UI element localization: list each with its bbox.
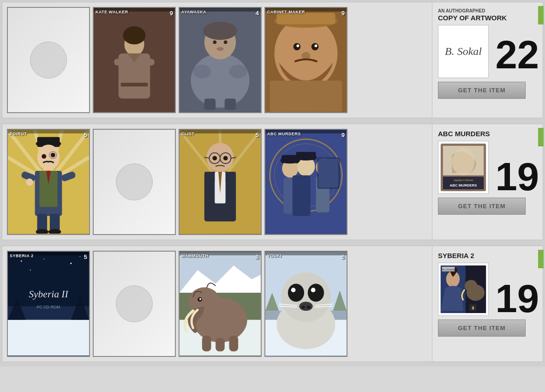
svg-point-87 (43, 258, 44, 259)
reward-title-small-1: AN AUTHOGRAPHED (438, 8, 537, 14)
row-2: POIROT 5 (2, 124, 543, 240)
svg-rect-26 (276, 12, 335, 24)
svg-point-89 (79, 256, 80, 257)
svg-point-90 (30, 270, 31, 271)
svg-text:Syberia II: Syberia II (29, 288, 68, 299)
svg-text:PC CD-ROM: PC CD-ROM (37, 305, 60, 309)
empty-circle-3 (116, 285, 153, 322)
card-abc-number: 9 (341, 132, 345, 139)
card-abc-murders: ABC MURDERS 9 (264, 129, 347, 235)
svg-text:Agatha Christie: Agatha Christie (453, 178, 473, 181)
svg-point-38 (42, 154, 46, 158)
card-mammouth-number: 8 (256, 253, 259, 260)
row-3: SYBERIA 2 5 (2, 246, 543, 362)
svg-point-8 (191, 53, 249, 107)
card-clist-label: CLIST (181, 132, 195, 136)
card-clist-number: 5 (256, 132, 259, 139)
card-mammouth-label: MAMMOUTH (181, 253, 209, 258)
card-ayawaska-label: AYAWASKA (181, 10, 206, 14)
reward-title-large-3: SYBERIA 2 (438, 252, 537, 260)
card-cabinet-label: CABINET MAKER (267, 10, 305, 14)
card-poirot-label: POIROT (10, 132, 27, 136)
svg-rect-6 (121, 83, 148, 86)
svg-point-80 (452, 148, 474, 175)
poirot-svg (8, 130, 89, 234)
svg-point-86 (21, 260, 22, 262)
empty-circle (30, 42, 67, 78)
get-item-button-2[interactable]: GET THE ITEM (438, 198, 526, 215)
svg-rect-101 (229, 335, 239, 351)
main-container: KATE WALKER 9 (0, 0, 545, 367)
svg-rect-100 (216, 338, 225, 351)
row-1: KATE WALKER 9 (2, 2, 543, 118)
card-empty-1 (7, 7, 90, 113)
green-badge-1 (538, 6, 544, 24)
cabinet-svg (265, 8, 347, 112)
card-cabinet-maker: CABINET MAKER 9 (264, 7, 347, 113)
green-badge-2 (538, 128, 544, 146)
svg-point-125 (465, 280, 477, 292)
reward-number-3: 19 (495, 278, 539, 318)
card-syberia2-number: 5 (84, 253, 87, 260)
reward-area-3: SYBERIA 2 (432, 246, 543, 362)
svg-point-23 (315, 44, 317, 47)
card-ayawaska: AYAWASKA 4 (179, 7, 262, 113)
reward-image-1: B. Sokal (438, 25, 489, 78)
svg-point-59 (212, 156, 217, 160)
cards-area-1: KATE WALKER 9 (2, 2, 432, 118)
green-badge-3 (538, 250, 544, 268)
card-syberia2-label: SYBERIA 2 (10, 253, 34, 258)
svg-point-60 (223, 156, 228, 160)
reward-number-2: 19 (495, 157, 539, 196)
card-youki: YOUKI 6 (264, 251, 347, 357)
svg-rect-16 (204, 98, 216, 109)
svg-rect-69 (293, 175, 311, 216)
svg-point-114 (301, 306, 305, 308)
kate-svg (94, 8, 175, 112)
card-empty-2 (93, 129, 176, 235)
signature-1: B. Sokal (445, 45, 482, 58)
svg-point-2 (123, 26, 146, 44)
reward-area-1: AN AUTHOGRAPHED COPY OF ARTWORK B. Sokal… (432, 2, 543, 118)
svg-text:ABC MURDERS: ABC MURDERS (450, 183, 477, 187)
svg-rect-99 (202, 335, 211, 351)
svg-point-40 (51, 152, 55, 157)
card-kate-number: 9 (170, 10, 173, 17)
svg-point-14 (193, 65, 211, 78)
svg-rect-75 (296, 151, 316, 160)
svg-rect-17 (225, 98, 236, 109)
svg-text:3: 3 (472, 306, 474, 310)
svg-point-88 (70, 263, 72, 264)
card-empty-3 (93, 251, 176, 357)
reward-title-large-2: ABC MURDERS (438, 130, 537, 138)
svg-rect-91 (8, 320, 89, 356)
card-youki-label: YOUKI (267, 253, 281, 258)
svg-point-109 (288, 283, 304, 302)
svg-point-45 (26, 178, 33, 186)
card-ayawaska-number: 4 (256, 10, 259, 17)
mammouth-svg (180, 252, 261, 356)
svg-point-108 (281, 272, 331, 322)
card-poirot-number: 5 (84, 132, 87, 139)
reward-image-3: PC CD-ROM 3 (438, 263, 489, 316)
svg-point-113 (299, 302, 312, 311)
svg-rect-77 (318, 158, 338, 187)
svg-point-11 (213, 40, 216, 44)
svg-point-37 (37, 145, 60, 170)
get-item-button-3[interactable]: GET THE ITEM (438, 320, 526, 337)
card-kate-walker: KATE WALKER 9 (93, 7, 176, 113)
abc-svg (265, 130, 347, 234)
card-mammouth: MAMMOUTH 8 (179, 251, 262, 357)
svg-point-10 (203, 22, 237, 40)
get-item-button-1[interactable]: GET THE ITEM (438, 82, 526, 99)
svg-rect-27 (270, 80, 342, 112)
reward-area-2: ABC MURDERS Agatha Christie ABC MURDERS … (432, 124, 543, 240)
reward-image-2: Agatha Christie ABC MURDERS (438, 141, 489, 194)
cards-area-3: SYBERIA 2 5 (2, 246, 432, 362)
card-abc-label: ABC MURDERS (267, 132, 301, 136)
svg-point-103 (199, 298, 201, 300)
reward-number-1: 22 (495, 35, 539, 74)
cards-area-2: POIROT 5 (2, 124, 432, 240)
card-syberia2: SYBERIA 2 5 (7, 251, 90, 357)
syberia2-svg: Syberia II PC CD-ROM (8, 252, 89, 356)
